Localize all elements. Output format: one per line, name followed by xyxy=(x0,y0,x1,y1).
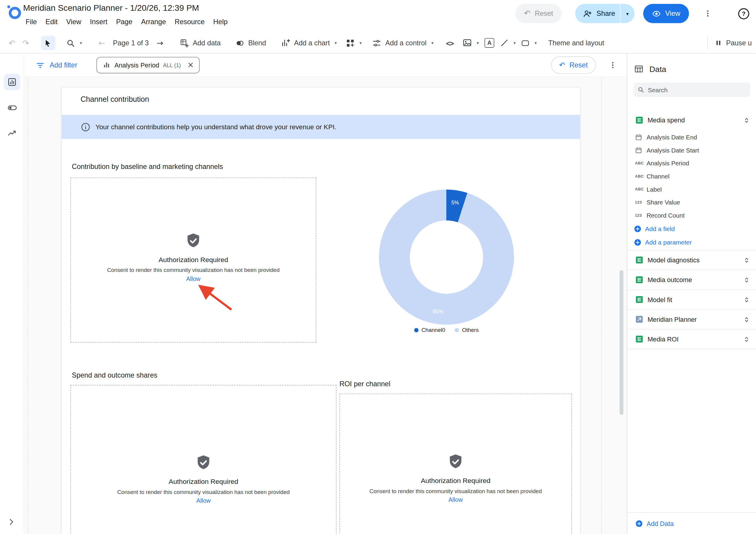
allow-link[interactable]: Allow xyxy=(196,497,211,504)
source-model-fit[interactable]: Model fit xyxy=(627,290,756,309)
view-label: View xyxy=(665,10,680,17)
search-input[interactable] xyxy=(648,86,746,93)
view-button[interactable]: View xyxy=(643,4,689,23)
pause-updates-button[interactable]: Pause u xyxy=(715,39,756,47)
legend-item[interactable]: Channel0 xyxy=(414,327,445,333)
image-tool-button[interactable]: ▾ xyxy=(462,38,479,48)
search-box[interactable] xyxy=(634,82,750,97)
allow-link[interactable]: Allow xyxy=(448,496,463,503)
legend-dot xyxy=(414,328,418,332)
report-page[interactable]: Channel contribution Your channel contri… xyxy=(61,87,580,534)
more-options-button[interactable] xyxy=(699,5,717,23)
help-icon[interactable]: ? xyxy=(738,8,749,19)
source-meridian-planner[interactable]: Meridian Planner xyxy=(627,309,756,329)
viz-contribution-placeholder[interactable]: Authorization Required Consent to render… xyxy=(70,178,316,343)
menu-file[interactable]: File xyxy=(21,16,41,27)
donut-chart-container[interactable]: 5%95% xyxy=(379,189,514,324)
share-button[interactable]: Share ▾ xyxy=(575,4,634,23)
donut-hole xyxy=(410,221,483,294)
blend-button[interactable]: Blend xyxy=(235,38,266,47)
viz-spend-shares-placeholder[interactable]: Authorization Required Consent to render… xyxy=(70,385,337,534)
filter-reset-label: Reset xyxy=(570,61,588,69)
expand-source-icon[interactable] xyxy=(743,256,750,264)
expand-source-icon[interactable] xyxy=(743,335,750,343)
community-visualizations-button[interactable]: ▾ xyxy=(345,38,362,47)
add-chart-button[interactable]: Add a chart ▾ xyxy=(281,38,337,48)
allow-link[interactable]: Allow xyxy=(186,275,201,282)
primary-data-source-row[interactable]: Media spend xyxy=(627,113,756,127)
zoom-tool-button[interactable]: ▾ xyxy=(66,38,82,47)
rail-controls-button[interactable] xyxy=(4,99,20,116)
menu-page[interactable]: Page xyxy=(112,16,137,27)
next-page-button[interactable]: → xyxy=(156,39,163,47)
auth-title: Authorization Required xyxy=(158,256,228,264)
share-dropdown-button[interactable]: ▾ xyxy=(620,4,634,23)
toolbar: ↶ ↷ ▾ ← Page 1 of 3 → Add data Blend xyxy=(0,33,756,53)
menu-resource[interactable]: Resource xyxy=(170,16,209,27)
rail-report-button[interactable] xyxy=(4,74,20,90)
canvas-scrollbar[interactable] xyxy=(620,270,624,415)
field-analysis-date-end[interactable]: Analysis Date End xyxy=(627,131,756,144)
theme-layout-button[interactable]: Theme and layout xyxy=(548,39,605,47)
legend-item[interactable]: Others xyxy=(455,327,479,333)
menu-edit[interactable]: Edit xyxy=(41,16,62,27)
filter-icon xyxy=(36,61,45,70)
expand-source-icon[interactable] xyxy=(743,276,750,283)
add-parameter-button[interactable]: Add a parameter xyxy=(627,236,756,249)
add-data-button[interactable]: Add data xyxy=(179,38,221,47)
menu-view[interactable]: View xyxy=(62,16,85,27)
filter-chip-analysis-period[interactable]: Analysis Period ALL (1) × xyxy=(97,57,200,73)
donut-chart[interactable]: 5%95% xyxy=(379,189,514,324)
filter-chip-value: ALL (1) xyxy=(163,62,181,68)
add-control-button[interactable]: Add a control ▾ xyxy=(372,38,434,47)
shape-tool-button[interactable]: ▾ xyxy=(521,38,537,47)
expand-source-icon[interactable] xyxy=(743,316,750,323)
redo-button[interactable]: ↷ xyxy=(22,39,29,47)
looker-studio-logo[interactable] xyxy=(6,4,23,21)
embed-code-button[interactable]: <> xyxy=(446,39,453,47)
field-share-value[interactable]: 123 Share Value xyxy=(627,196,756,209)
source-media-outcome[interactable]: Media outcome xyxy=(627,269,756,289)
number-type-icon: 123 xyxy=(635,213,642,218)
calendar-icon xyxy=(635,134,642,141)
auth-title: Authorization Required xyxy=(421,477,491,485)
text-tool-button[interactable]: A xyxy=(484,38,494,48)
remove-filter-button[interactable]: × xyxy=(185,59,197,71)
image-icon xyxy=(462,38,472,48)
reset-button[interactable]: ↶ Reset xyxy=(515,4,562,23)
chevron-right-icon xyxy=(7,518,15,526)
filter-reset-button[interactable]: ↶ Reset xyxy=(551,56,596,74)
share-main[interactable]: Share xyxy=(575,4,620,23)
field-analysis-period[interactable]: ABC Analysis Period xyxy=(627,157,756,170)
add-field-button[interactable]: Add a field xyxy=(627,222,756,235)
toggle-icon xyxy=(7,102,17,113)
expand-rail-button[interactable] xyxy=(7,518,15,526)
kebab-icon xyxy=(704,9,712,18)
add-data-bottom-button[interactable]: Add Data xyxy=(627,512,756,534)
expand-source-icon[interactable] xyxy=(743,296,750,303)
menu-bar: File Edit View Insert Page Arrange Resou… xyxy=(21,16,232,27)
field-channel[interactable]: ABC Channel xyxy=(627,170,756,183)
field-analysis-date-start[interactable]: Analysis Date Start xyxy=(627,144,756,157)
add-filter-button[interactable]: Add filter xyxy=(36,61,77,70)
field-record-count[interactable]: 123 Record Count xyxy=(627,209,756,222)
histogram-icon xyxy=(103,61,111,69)
menu-help[interactable]: Help xyxy=(209,16,232,27)
source-model-diagnostics[interactable]: Model diagnostics xyxy=(627,250,756,269)
source-media-roi[interactable]: Media ROI xyxy=(627,329,756,349)
collapse-source-icon[interactable] xyxy=(743,116,750,124)
source-label: Media outcome xyxy=(647,276,743,283)
caret-down-icon: ▾ xyxy=(431,41,434,45)
viz-roi-placeholder[interactable]: Authorization Required Consent to render… xyxy=(339,394,572,534)
line-tool-button[interactable]: ▾ xyxy=(500,39,516,47)
rail-trends-button[interactable] xyxy=(4,125,20,141)
undo-button[interactable]: ↶ xyxy=(9,39,15,47)
prev-page-button[interactable]: ← xyxy=(98,39,105,47)
menu-arrange[interactable]: Arrange xyxy=(137,16,170,27)
filter-more-options-button[interactable] xyxy=(608,61,617,70)
field-label-field[interactable]: ABC Label xyxy=(627,183,756,196)
select-tool-button[interactable] xyxy=(41,36,55,50)
document-title[interactable]: Meridian Scenario Planner - 1/20/26, 12:… xyxy=(23,3,199,13)
page-indicator[interactable]: Page 1 of 3 xyxy=(113,39,149,47)
menu-insert[interactable]: Insert xyxy=(86,16,112,27)
